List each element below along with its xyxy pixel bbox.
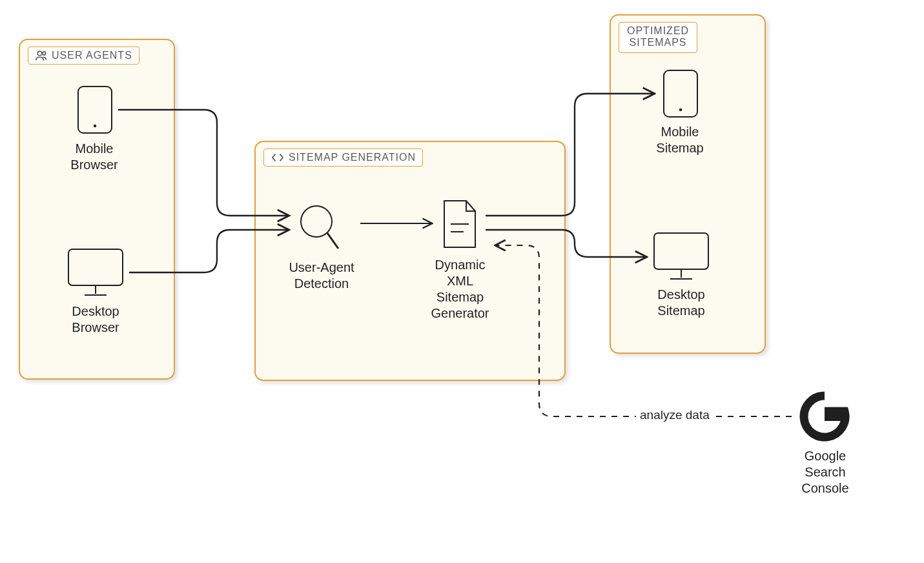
svg-point-12	[680, 109, 681, 110]
group-sitemap-generation-text: SITEMAP GENERATION	[289, 152, 416, 163]
node-desktop-browser-label: Desktop Browser	[67, 303, 125, 336]
svg-point-7	[301, 206, 332, 237]
group-sitemap-generation-label: SITEMAP GENERATION	[263, 148, 423, 167]
desktop-sitemap-icon	[652, 231, 710, 282]
node-mobile-browser-label: Mobile Browser	[62, 141, 127, 173]
svg-point-0	[37, 51, 42, 56]
mobile-device-icon	[76, 85, 114, 135]
svg-rect-4	[68, 249, 123, 285]
group-user-agents-label: USER AGENTS	[28, 46, 139, 65]
node-mobile-sitemap-label: Mobile Sitemap	[648, 124, 712, 156]
document-icon	[439, 198, 480, 251]
users-icon	[35, 50, 48, 61]
group-optimized-sitemaps-label: OPTIMIZED SITEMAPS	[619, 22, 697, 53]
desktop-monitor-icon	[67, 247, 125, 298]
node-desktop-sitemap-label: Desktop Sitemap	[652, 287, 710, 319]
svg-rect-16	[825, 413, 847, 421]
svg-rect-13	[654, 233, 708, 269]
node-google-search-console-label: Google Search Console	[793, 448, 857, 496]
group-user-agents-text: USER AGENTS	[52, 50, 132, 61]
node-ua-detection-label: User-Agent Detection	[283, 260, 360, 292]
group-optimized-sitemaps-text: OPTIMIZED SITEMAPS	[627, 25, 689, 49]
mobile-sitemap-icon	[662, 68, 699, 119]
node-xml-generator-label: Dynamic XML Sitemap Generator	[423, 257, 497, 322]
svg-point-3	[94, 125, 96, 127]
magnifier-icon	[297, 202, 342, 254]
code-icon	[271, 152, 285, 163]
svg-point-1	[43, 52, 46, 55]
google-icon	[799, 391, 850, 442]
svg-line-8	[327, 233, 338, 249]
edge-label-analyze-data: analyze data	[636, 408, 714, 422]
